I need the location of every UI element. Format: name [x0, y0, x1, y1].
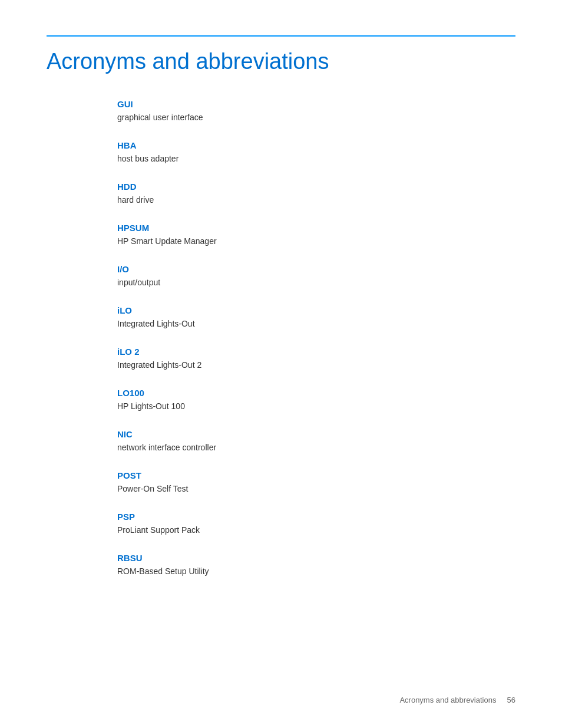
acronym-term: iLO 2 [117, 347, 515, 357]
top-rule [47, 35, 515, 37]
acronym-item: HPSUMHP Smart Update Manager [117, 223, 515, 248]
acronym-definition: graphical user interface [117, 111, 515, 124]
acronym-definition: HP Lights-Out 100 [117, 400, 515, 413]
acronym-term: HBA [117, 140, 515, 150]
footer-spacer [498, 696, 505, 704]
acronym-definition: Integrated Lights-Out 2 [117, 359, 515, 371]
acronym-definition: hard drive [117, 194, 515, 206]
acronym-definition: ProLiant Support Pack [117, 524, 515, 536]
acronym-item: NICnetwork interface controller [117, 429, 515, 454]
acronym-term: I/O [117, 264, 515, 274]
acronyms-list: GUIgraphical user interfaceHBAhost bus a… [47, 99, 515, 578]
acronym-term: RBSU [117, 553, 515, 563]
acronym-item: HBAhost bus adapter [117, 140, 515, 165]
page-number: 56 [507, 696, 515, 704]
acronym-item: iLOIntegrated Lights-Out [117, 305, 515, 330]
acronym-term: GUI [117, 99, 515, 109]
acronym-definition: HP Smart Update Manager [117, 235, 515, 248]
acronym-term: NIC [117, 429, 515, 439]
acronym-item: iLO 2Integrated Lights-Out 2 [117, 347, 515, 371]
acronym-definition: input/output [117, 276, 515, 289]
acronym-term: LO100 [117, 388, 515, 398]
acronym-term: iLO [117, 305, 515, 315]
acronym-item: HDDhard drive [117, 182, 515, 206]
acronym-definition: Power-On Self Test [117, 483, 515, 495]
acronym-item: RBSUROM-Based Setup Utility [117, 553, 515, 578]
acronym-definition: host bus adapter [117, 153, 515, 165]
acronym-term: HPSUM [117, 223, 515, 233]
acronym-definition: ROM-Based Setup Utility [117, 565, 515, 578]
acronym-item: POSTPower-On Self Test [117, 470, 515, 495]
acronym-term: POST [117, 470, 515, 480]
acronym-item: I/Oinput/output [117, 264, 515, 289]
acronym-term: HDD [117, 182, 515, 192]
page-container: Acronyms and abbreviations GUIgraphical … [0, 0, 562, 641]
acronym-item: LO100HP Lights-Out 100 [117, 388, 515, 413]
acronym-definition: Integrated Lights-Out [117, 318, 515, 330]
acronym-definition: network interface controller [117, 442, 515, 454]
footer-text: Acronyms and abbreviations [399, 696, 496, 704]
page-footer: Acronyms and abbreviations 56 [399, 696, 515, 704]
acronym-item: GUIgraphical user interface [117, 99, 515, 124]
page-title: Acronyms and abbreviations [47, 48, 515, 75]
acronym-term: PSP [117, 512, 515, 522]
acronym-item: PSPProLiant Support Pack [117, 512, 515, 536]
